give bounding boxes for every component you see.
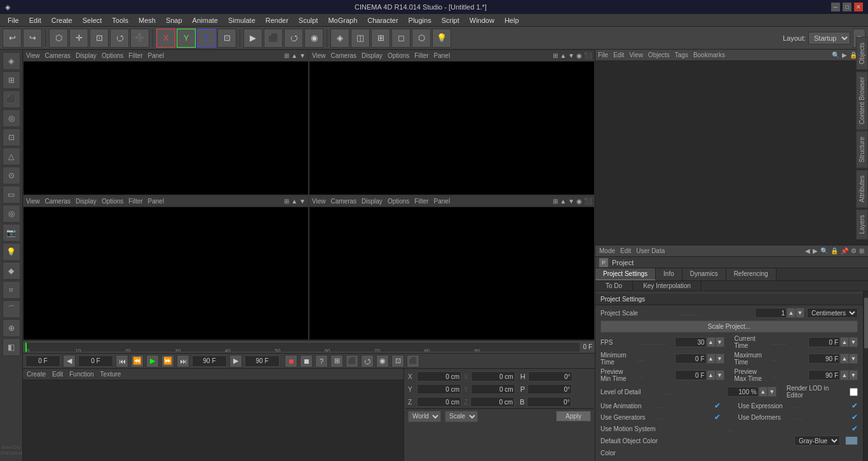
min-time-up[interactable]: ▲ [707,354,715,364]
tc-key[interactable]: ⬛ [346,355,358,368]
vp-menu-filter-bl[interactable]: Filter [128,198,142,205]
attr-scrollbar[interactable] [863,291,868,461]
current-time-up[interactable]: ▲ [840,337,849,347]
select-tool[interactable]: ⬡ [49,29,68,48]
object-btn[interactable]: ◈ [330,29,349,48]
vp-menu-panel-bl[interactable]: Panel [148,198,165,205]
apply-button[interactable]: Apply [556,411,591,422]
vp-menu-options-tl[interactable]: Options [102,52,123,59]
coord-scale-select[interactable]: Scale [445,411,478,422]
preview-max-up[interactable]: ▲ [840,370,849,380]
min-time-down[interactable]: ▼ [715,354,724,364]
x-axis-btn[interactable]: X [156,29,175,48]
current-time-input[interactable] [808,337,840,347]
obj-objects[interactable]: Objects [648,52,670,58]
coord-h-val[interactable] [528,371,573,382]
project-scale-down[interactable]: ▼ [796,308,804,318]
tc-motion[interactable]: ⭯ [361,355,374,368]
vp-expand-icon-tr[interactable]: ⊞ [553,52,558,59]
tc-grid[interactable]: ⊡ [391,355,404,368]
subtab-key-interp[interactable]: Key Interpolation [633,281,702,291]
vp-menu-view-br[interactable]: View [312,198,326,205]
tc-record[interactable]: ⏺ [285,355,297,368]
vp-extra-tr[interactable]: ◉ [576,52,582,59]
camera-btn[interactable]: ⬡ [412,29,431,48]
vp-up-icon-br[interactable]: ▲ [560,198,566,205]
attr-scroll-thumb[interactable] [864,298,868,348]
vp-down-icon-bl[interactable]: ▼ [299,198,306,205]
vp-content-tr[interactable] [309,62,594,195]
lp-torus-btn[interactable]: ◎ [3,205,20,223]
use-generators-check[interactable]: ✔ [714,413,721,422]
coord-y-size[interactable] [471,384,515,394]
ruler-bar[interactable]: 0 10 20 30 40 50 60 70 80 90 [25,343,580,352]
vp-menu-options-br[interactable]: Options [388,198,409,205]
side-tab-attributes[interactable]: Attributes [856,170,868,208]
obj-expand-icon[interactable]: ▶ [842,52,847,58]
redo-button[interactable]: ↪ [23,29,42,48]
attr-pin-icon[interactable]: 📌 [841,247,848,254]
end-frame-display[interactable] [245,355,280,367]
lp-cone-btn[interactable]: △ [3,148,20,165]
menu-file[interactable]: File [3,15,24,25]
render-view-btn[interactable]: ⬛ [264,29,283,48]
lp-obj-btn[interactable]: ◈ [3,52,20,70]
vp-menu-panel-tl[interactable]: Panel [148,52,165,59]
menu-create[interactable]: Create [46,15,78,25]
end-frame-field[interactable] [192,355,227,367]
project-scale-input[interactable] [755,308,787,318]
current-time-down[interactable]: ▼ [849,337,858,347]
preview-max-input[interactable] [808,370,840,380]
start-frame-field[interactable] [78,355,113,367]
obj-file[interactable]: File [598,52,608,58]
vp-menu-view-bl[interactable]: View [26,198,40,205]
lp-sphere-btn[interactable]: ◎ [3,109,20,127]
attr-edit[interactable]: Edit [620,247,631,254]
menu-sculpt[interactable]: Sculpt [294,15,323,25]
menu-simulate[interactable]: Simulate [223,15,261,25]
tc-goto-end[interactable]: ⏭ [177,355,189,368]
shader-create[interactable]: Create [27,371,46,378]
vp-extra-br[interactable]: ◉ [576,198,582,205]
vp-menu-display-tl[interactable]: Display [76,52,97,59]
transform-tool[interactable]: ➕ [130,29,149,48]
use-deformers-check[interactable]: ✔ [851,413,858,422]
play-btn[interactable]: ▶ [243,29,262,48]
tc-prev-btn[interactable]: ◀ [63,355,76,368]
z-axis-btn[interactable]: Z [197,29,216,48]
side-tab-content-browser[interactable]: Content Browser [856,71,868,130]
coord-x-pos[interactable] [417,371,461,382]
render-lod-checkbox[interactable] [850,388,858,396]
attr-mode[interactable]: Mode [599,247,615,254]
workplane-btn[interactable]: ◻ [391,29,410,48]
max-time-down[interactable]: ▼ [849,354,858,364]
menu-animate[interactable]: Animate [187,15,223,25]
render-settings-btn[interactable]: ◉ [304,29,323,48]
menu-script[interactable]: Script [437,15,465,25]
lp-disc-btn[interactable]: ⊙ [3,167,20,184]
menu-select[interactable]: Select [78,15,107,25]
menu-mesh[interactable]: Mesh [133,15,161,25]
tc-play[interactable]: ▶ [146,355,159,368]
vp-menu-options-tr[interactable]: Options [388,52,409,59]
preview-min-down[interactable]: ▼ [715,370,724,380]
lp-material-btn[interactable]: ◆ [3,262,20,280]
minimize-button[interactable]: ─ [831,3,840,11]
menu-edit[interactable]: Edit [24,15,46,25]
vp-menu-display-tr[interactable]: Display [362,52,383,59]
attr-arrow-right[interactable]: ▶ [813,247,818,254]
vp-up-icon-bl[interactable]: ▲ [291,198,297,205]
lod-input[interactable] [727,387,759,397]
tc-goto-start[interactable]: ⏮ [116,355,128,368]
use-animation-check[interactable]: ✔ [714,401,721,410]
preview-min-up[interactable]: ▲ [707,370,715,380]
fps-up[interactable]: ▲ [707,337,715,347]
coord-z-pos[interactable] [417,397,461,407]
tc-prev-frame[interactable]: ⏪ [131,355,144,368]
obj-view[interactable]: View [629,52,643,58]
vp-menu-cameras-tl[interactable]: Cameras [45,52,71,59]
vp-menu-display-br[interactable]: Display [362,198,383,205]
shader-texture[interactable]: Texture [100,371,121,378]
vp-menu-panel-br[interactable]: Panel [434,198,451,205]
side-tab-layers[interactable]: Layers [856,209,868,240]
